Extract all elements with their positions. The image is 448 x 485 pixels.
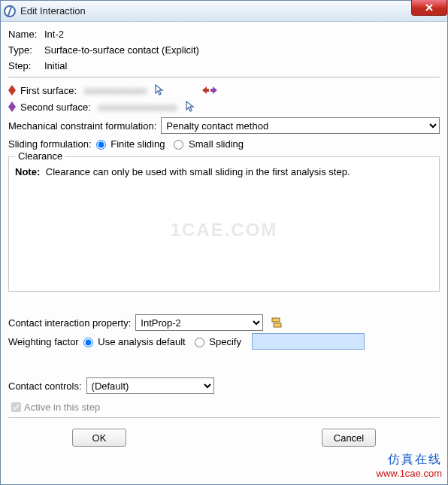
first-surface-icon — [8, 85, 16, 95]
close-icon — [425, 3, 434, 12]
name-value: Int-2 — [44, 29, 64, 40]
close-button[interactable] — [411, 0, 447, 16]
watermark: 1CAE.COM — [171, 220, 278, 241]
step-label: Step: — [8, 60, 44, 71]
small-sliding-radio[interactable] — [174, 140, 183, 150]
dialog-window: Edit Interaction Name: Int-2 Type: Surfa… — [0, 0, 448, 485]
interaction-property-label: Contact interaction property: — [8, 317, 131, 329]
step-row: Step: Initial — [8, 60, 440, 71]
mech-formulation-row: Mechanical constraint formulation: Penal… — [8, 117, 440, 134]
mech-formulation-select[interactable]: Penalty contact method — [161, 117, 440, 134]
svg-rect-5 — [274, 323, 281, 327]
first-surface-label: First surface: — [20, 85, 77, 96]
finite-sliding-label: Finite sliding — [110, 138, 165, 150]
note-label: Note: — [15, 166, 40, 177]
step-value: Initial — [44, 60, 67, 71]
small-sliding-label: Small sliding — [189, 138, 244, 150]
svg-marker-1 — [202, 86, 209, 94]
separator — [8, 77, 440, 77]
weighting-default-label: Use analysis default — [98, 336, 185, 347]
weighting-default-radio[interactable] — [83, 338, 93, 347]
clearance-group: Clearance Note: Clearance can only be us… — [8, 156, 440, 292]
contact-controls-row: Contact controls: (Default) — [8, 377, 440, 394]
active-in-step-label: Active in this step — [24, 402, 100, 413]
finite-sliding-radio[interactable] — [96, 140, 106, 150]
svg-marker-0 — [8, 85, 16, 95]
ok-button[interactable]: OK — [72, 429, 126, 447]
window-title: Edit Interaction — [20, 5, 86, 17]
swap-surfaces-button[interactable] — [202, 84, 217, 96]
type-row: Type: Surface-to-surface contact (Explic… — [8, 44, 440, 56]
small-sliding-option[interactable]: Small sliding — [174, 138, 244, 150]
active-in-step-checkbox — [11, 402, 21, 412]
title-bar: Edit Interaction — [1, 1, 447, 22]
clearance-legend: Clearance — [15, 150, 65, 162]
active-in-step-row: Active in this step — [8, 400, 440, 414]
first-surface-value: xxxxxxxxxxn — [81, 85, 150, 96]
svg-marker-3 — [8, 102, 16, 112]
contact-controls-select[interactable]: (Default) — [86, 377, 214, 394]
cancel-button[interactable]: Cancel — [322, 429, 376, 447]
type-value: Surface-to-surface contact (Explicit) — [44, 44, 199, 56]
type-label: Type: — [8, 44, 44, 56]
second-surface-value: xxxxxxxxxxxxxx — [95, 102, 180, 113]
second-surface-label: Second surface: — [20, 102, 91, 113]
contact-controls-label: Contact controls: — [8, 380, 82, 392]
dialog-buttons: OK Cancel — [8, 429, 440, 450]
pick-first-surface-button[interactable] — [154, 84, 165, 96]
finite-sliding-option[interactable]: Finite sliding — [96, 138, 165, 150]
weighting-label: Weighting factor — [8, 336, 79, 347]
svg-rect-4 — [272, 318, 280, 322]
mech-formulation-label: Mechanical constraint formulation: — [8, 120, 156, 132]
weighting-specify-option[interactable]: Specify — [195, 336, 241, 347]
separator-bottom — [8, 417, 440, 418]
first-surface-row: First surface: xxxxxxxxxxn — [8, 84, 440, 96]
weighting-specify-label: Specify — [209, 336, 241, 347]
second-surface-icon — [8, 102, 16, 112]
name-label: Name: — [8, 29, 44, 40]
interaction-property-select[interactable]: IntProp-2 — [135, 314, 263, 331]
note-text: Clearance can only be used with small sl… — [46, 166, 350, 177]
weighting-specify-radio[interactable] — [195, 338, 204, 347]
app-icon — [4, 5, 16, 17]
pick-second-surface-button[interactable] — [185, 101, 195, 113]
weighting-default-option[interactable]: Use analysis default — [83, 336, 186, 347]
name-row: Name: Int-2 — [8, 29, 440, 40]
weighting-specify-input[interactable] — [252, 333, 365, 350]
sliding-label: Sliding formulation: — [8, 138, 92, 150]
second-surface-row: Second surface: xxxxxxxxxxxxxx — [8, 101, 440, 113]
svg-marker-2 — [210, 86, 217, 94]
dialog-content: Name: Int-2 Type: Surface-to-surface con… — [1, 22, 447, 484]
interaction-property-row: Contact interaction property: IntProp-2 — [8, 314, 440, 331]
weighting-row: Weighting factor Use analysis default Sp… — [8, 333, 440, 350]
clearance-note: Note: Clearance can only be used with sm… — [15, 166, 433, 177]
sliding-formulation-row: Sliding formulation: Finite sliding Smal… — [8, 138, 440, 150]
create-property-button[interactable] — [271, 317, 283, 329]
